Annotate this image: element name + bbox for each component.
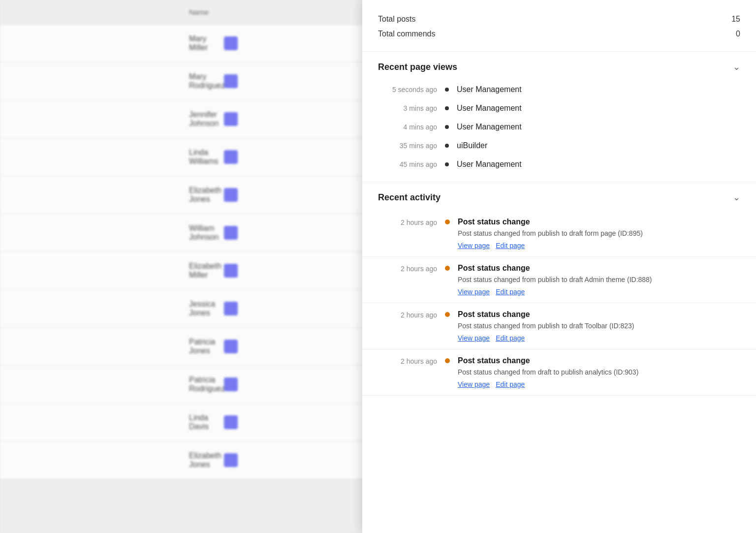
total-posts-value: 15 bbox=[731, 15, 740, 24]
row-badge bbox=[224, 377, 238, 391]
activity-title: Post status change bbox=[458, 264, 740, 273]
left-panel: Name Mary Miller Mary Rodriguez Jennifer… bbox=[0, 0, 364, 533]
row-badge bbox=[224, 453, 238, 467]
view-page-link[interactable]: View page bbox=[458, 380, 490, 388]
table-row: Linda Davis bbox=[0, 404, 364, 441]
activity-description: Post status changed from draft to publis… bbox=[458, 367, 740, 377]
row-badge bbox=[224, 264, 238, 278]
page-view-item: 4 mins ago User Management bbox=[362, 118, 756, 136]
activity-description: Post status changed from publish to draf… bbox=[458, 321, 740, 331]
activity-links: View page Edit page bbox=[458, 288, 740, 296]
time-label: 4 mins ago bbox=[378, 123, 437, 131]
page-view-item: 5 seconds ago User Management bbox=[362, 80, 756, 99]
page-view-item: 3 mins ago User Management bbox=[362, 99, 756, 118]
activity-time: 2 hours ago bbox=[378, 356, 437, 365]
view-page-link[interactable]: View page bbox=[458, 288, 490, 296]
activity-item: 2 hours ago Post status change Post stat… bbox=[362, 349, 756, 396]
total-commends-value: 0 bbox=[736, 30, 740, 38]
left-table: Name Mary Miller Mary Rodriguez Jennifer… bbox=[0, 0, 364, 479]
table-row: Jessica Jones bbox=[0, 290, 364, 328]
recent-activity-section: Recent activity ⌄ 2 hours ago Post statu… bbox=[362, 182, 756, 408]
activity-dot bbox=[445, 219, 450, 224]
page-name: User Management bbox=[457, 85, 522, 94]
page-name: uiBuilder bbox=[457, 141, 487, 150]
activity-description: Post status changed from publish to draf… bbox=[458, 228, 740, 239]
row-badge bbox=[224, 188, 238, 202]
activity-title: Post status change bbox=[458, 310, 740, 319]
row-badge bbox=[224, 112, 238, 126]
view-page-link[interactable]: View page bbox=[458, 242, 490, 250]
activity-title: Post status change bbox=[458, 218, 740, 226]
activity-content: Post status change Post status changed f… bbox=[458, 356, 740, 388]
page-view-item: 45 mins ago User Management bbox=[362, 155, 756, 174]
activity-time: 2 hours ago bbox=[378, 264, 437, 273]
page-name: User Management bbox=[457, 104, 522, 113]
activity-dot bbox=[445, 266, 450, 271]
table-row: Linda Williams bbox=[0, 138, 364, 176]
activity-links: View page Edit page bbox=[458, 380, 740, 388]
table-row: Elizabeth Miller bbox=[0, 252, 364, 290]
activity-content: Post status change Post status changed f… bbox=[458, 264, 740, 296]
activity-links: View page Edit page bbox=[458, 334, 740, 342]
page-view-item: 35 mins ago uiBuilder bbox=[362, 136, 756, 155]
page-name: User Management bbox=[457, 160, 522, 169]
table-row: Elizabeth Jones bbox=[0, 441, 364, 479]
bullet-dot bbox=[445, 144, 449, 148]
table-row: William Johnson bbox=[0, 214, 364, 252]
activity-time: 2 hours ago bbox=[378, 218, 437, 226]
name-column-header: Name bbox=[12, 8, 216, 16]
recent-page-views-section: Recent page views ⌄ 5 seconds ago User M… bbox=[362, 52, 756, 182]
recent-activity-title: Recent activity bbox=[378, 192, 441, 203]
activity-item: 2 hours ago Post status change Post stat… bbox=[362, 211, 756, 257]
time-label: 3 mins ago bbox=[378, 104, 437, 112]
table-row: Patricia Jones bbox=[0, 328, 364, 366]
row-badge bbox=[224, 415, 238, 429]
activity-time: 2 hours ago bbox=[378, 310, 437, 319]
activity-title: Post status change bbox=[458, 356, 740, 365]
total-posts-row: Total posts 15 bbox=[378, 12, 740, 27]
activity-item: 2 hours ago Post status change Post stat… bbox=[362, 303, 756, 349]
row-badge bbox=[224, 36, 238, 50]
table-row: Jennifer Johnson bbox=[0, 100, 364, 138]
table-row: Mary Rodriguez bbox=[0, 63, 364, 100]
recent-page-views-title: Recent page views bbox=[378, 62, 457, 72]
activity-dot bbox=[445, 358, 450, 363]
activity-links: View page Edit page bbox=[458, 242, 740, 250]
view-page-link[interactable]: View page bbox=[458, 334, 490, 342]
stats-section: Total posts 15 Total commends 0 bbox=[362, 0, 756, 52]
chevron-down-icon: ⌄ bbox=[733, 192, 740, 203]
recent-activity-header[interactable]: Recent activity ⌄ bbox=[362, 182, 756, 211]
right-panel: Total posts 15 Total commends 0 Recent p… bbox=[362, 0, 756, 533]
table-row: Patricia Rodriguez bbox=[0, 366, 364, 404]
time-label: 5 seconds ago bbox=[378, 86, 437, 94]
bullet-dot bbox=[445, 106, 449, 110]
table-header: Name bbox=[0, 0, 364, 25]
edit-page-link[interactable]: Edit page bbox=[496, 242, 525, 250]
row-badge bbox=[224, 340, 238, 353]
bullet-dot bbox=[445, 88, 449, 92]
bullet-dot bbox=[445, 125, 449, 129]
row-badge bbox=[224, 74, 238, 88]
table-row: Mary Miller bbox=[0, 25, 364, 63]
chevron-down-icon: ⌄ bbox=[733, 62, 740, 72]
total-commends-row: Total commends 0 bbox=[378, 27, 740, 41]
time-label: 35 mins ago bbox=[378, 142, 437, 150]
bullet-dot bbox=[445, 162, 449, 166]
edit-page-link[interactable]: Edit page bbox=[496, 288, 525, 296]
page-name: User Management bbox=[457, 123, 522, 131]
activity-dot bbox=[445, 312, 450, 317]
row-badge bbox=[224, 302, 238, 315]
activity-item: 2 hours ago Post status change Post stat… bbox=[362, 257, 756, 303]
total-commends-label: Total commends bbox=[378, 30, 436, 38]
total-posts-label: Total posts bbox=[378, 15, 415, 24]
row-badge bbox=[224, 226, 238, 240]
recent-page-views-header[interactable]: Recent page views ⌄ bbox=[362, 52, 756, 80]
activity-content: Post status change Post status changed f… bbox=[458, 218, 740, 250]
edit-page-link[interactable]: Edit page bbox=[496, 334, 525, 342]
time-label: 45 mins ago bbox=[378, 160, 437, 168]
activity-content: Post status change Post status changed f… bbox=[458, 310, 740, 342]
activity-description: Post status changed from publish to draf… bbox=[458, 275, 740, 285]
row-badge bbox=[224, 150, 238, 164]
edit-page-link[interactable]: Edit page bbox=[496, 380, 525, 388]
table-row: Elizabeth Jones bbox=[0, 176, 364, 214]
